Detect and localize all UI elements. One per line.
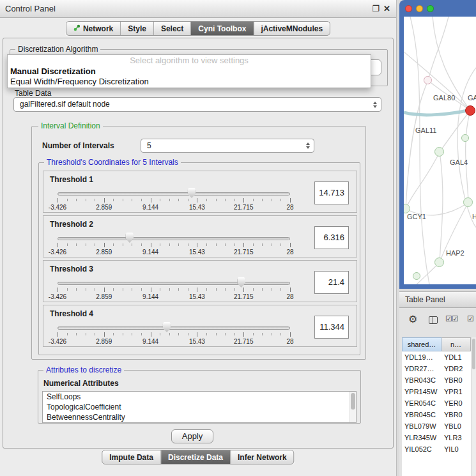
threshold-3-panel: Threshold 3 -3.4262.8599.14415.4321.7152… bbox=[43, 260, 357, 302]
cell[interactable]: YIL0 bbox=[441, 443, 471, 455]
select-columns-icon[interactable]: ☑☑ bbox=[445, 314, 458, 323]
threshold-value-field[interactable]: 14.713 bbox=[314, 181, 349, 204]
network-node[interactable] bbox=[463, 197, 473, 207]
cell[interactable]: YBR045C bbox=[402, 409, 441, 420]
group-title: Attributes to discretize bbox=[43, 366, 124, 374]
list-scrollbar[interactable] bbox=[349, 392, 356, 422]
node-label: GAL80 bbox=[433, 94, 455, 102]
threshold-1-panel: Threshold 1 -3.4262.8599.14415.4321.7152… bbox=[43, 171, 357, 213]
network-node[interactable] bbox=[434, 257, 444, 267]
node-label: GAL4 bbox=[450, 158, 468, 166]
cell[interactable]: YDL19… bbox=[402, 351, 441, 363]
tab-cyni-toolbox[interactable]: Cyni Toolbox bbox=[191, 22, 254, 35]
cell[interactable]: YDR27… bbox=[402, 363, 441, 374]
control-panel-window: Control Panel ❐ ✕ Network Style Select C… bbox=[0, 0, 397, 476]
table-row[interactable]: YPR145WYPR1 bbox=[402, 386, 471, 397]
table-row[interactable]: YIL052CYIL0 bbox=[402, 443, 471, 455]
table-data-label: Table Data bbox=[15, 89, 51, 98]
combo-arrows-icon bbox=[306, 142, 310, 149]
slider-track[interactable] bbox=[58, 192, 290, 196]
cell[interactable]: YLR345W bbox=[402, 432, 441, 443]
tab-style[interactable]: Style bbox=[121, 22, 154, 35]
cell[interactable]: YBR0 bbox=[441, 409, 471, 420]
group-title: Threshold's Coordinates for 5 Intervals bbox=[44, 158, 181, 167]
cell[interactable]: YPR1 bbox=[441, 386, 471, 397]
tab-network[interactable]: Network bbox=[66, 22, 121, 35]
table-row[interactable]: YLR345WYLR3 bbox=[402, 432, 471, 443]
number-of-intervals-combobox[interactable]: 5 bbox=[141, 139, 314, 153]
threshold-2-slider: -3.4262.8599.14415.4321.71528 bbox=[58, 231, 290, 257]
cell[interactable]: YDL1 bbox=[441, 351, 471, 363]
column-header-name[interactable]: n… bbox=[441, 337, 471, 351]
algorithm-option-manual[interactable]: Manual Discretization bbox=[8, 66, 371, 77]
cell[interactable]: YBR0 bbox=[441, 374, 471, 386]
slider-thumb[interactable] bbox=[163, 322, 171, 332]
cell[interactable]: YBL079W bbox=[402, 420, 441, 432]
tick-label: 9.144 bbox=[142, 293, 158, 300]
list-item[interactable]: TopologicalCoefficient bbox=[43, 402, 356, 412]
threshold-value-field[interactable]: 6.316 bbox=[314, 226, 349, 249]
tab-jactivemnodules[interactable]: jActiveMNodules bbox=[254, 22, 330, 35]
network-node[interactable] bbox=[461, 134, 469, 142]
tick-label: 21.715 bbox=[234, 204, 254, 211]
tick-label: 9.144 bbox=[142, 204, 158, 211]
scrollbar-thumb[interactable] bbox=[351, 393, 355, 410]
network-node-selected[interactable] bbox=[465, 105, 475, 116]
tick-mark bbox=[104, 288, 105, 292]
close-icon[interactable]: ✕ bbox=[383, 4, 390, 13]
tick-mark bbox=[58, 243, 58, 247]
tick-label: 21.715 bbox=[234, 249, 254, 256]
cell[interactable]: YER054C bbox=[402, 397, 441, 409]
tick-mark bbox=[151, 288, 151, 292]
tab-select[interactable]: Select bbox=[154, 22, 191, 35]
tab-impute-data[interactable]: Impute Data bbox=[102, 450, 161, 464]
cell[interactable]: YLR3 bbox=[441, 432, 471, 443]
table-row[interactable]: YBR045CYBR0 bbox=[402, 409, 471, 420]
network-canvas[interactable]: GAL80 GAL11 GAL4 GCY1 HAP2 GA H bbox=[404, 17, 476, 284]
minimize-traffic-light[interactable] bbox=[416, 5, 423, 12]
table-row[interactable]: YBL079WYBL0 bbox=[402, 420, 471, 432]
network-node[interactable] bbox=[424, 76, 432, 84]
slider-track[interactable] bbox=[58, 282, 290, 285]
cell[interactable]: YER0 bbox=[441, 397, 471, 409]
tick-label: 15.43 bbox=[189, 249, 205, 256]
attributes-group: Attributes to discretize Numerical Attri… bbox=[38, 370, 361, 424]
algorithm-option-equal-width[interactable]: Equal Width/Frequency Discretization bbox=[8, 77, 371, 87]
cell[interactable]: YIL052C bbox=[402, 443, 441, 455]
table-row[interactable]: YBR043CYBR0 bbox=[402, 374, 471, 386]
slider-thumb[interactable] bbox=[237, 277, 245, 288]
table-panel-header[interactable]: Table Panel bbox=[399, 291, 476, 308]
list-item[interactable]: BetweennessCentrality bbox=[43, 412, 356, 422]
table-row[interactable]: YDL19…YDL1 bbox=[402, 351, 471, 363]
slider-track[interactable] bbox=[58, 237, 290, 240]
scrollbar-thumb[interactable] bbox=[472, 339, 475, 369]
tab-infer-network[interactable]: Infer Network bbox=[231, 450, 294, 464]
cell[interactable]: YDR2 bbox=[441, 363, 471, 374]
table-row[interactable]: YDR27…YDR2 bbox=[402, 363, 471, 374]
cell[interactable]: YBL0 bbox=[441, 420, 471, 432]
network-node[interactable] bbox=[413, 272, 420, 280]
list-item[interactable]: SelfLoops bbox=[43, 392, 356, 402]
cell[interactable]: YPR145W bbox=[402, 386, 441, 397]
close-traffic-light[interactable] bbox=[405, 5, 412, 12]
table-row[interactable]: YER054CYER0 bbox=[402, 397, 471, 409]
gear-icon[interactable]: ⚙ bbox=[408, 313, 417, 325]
slider-track[interactable] bbox=[58, 326, 290, 330]
zoom-traffic-light[interactable] bbox=[427, 5, 434, 12]
columns-icon[interactable] bbox=[429, 316, 438, 324]
tab-discretize-data[interactable]: Discretize Data bbox=[161, 450, 231, 464]
network-node[interactable] bbox=[434, 147, 444, 157]
table-scrollbar[interactable] bbox=[471, 337, 476, 476]
tick-label: -3.426 bbox=[49, 204, 66, 211]
float-window-icon[interactable]: ❐ bbox=[372, 4, 380, 13]
apply-button[interactable]: Apply bbox=[171, 429, 213, 443]
slider-thumb[interactable] bbox=[188, 188, 196, 198]
column-header-shared-name[interactable]: shared… bbox=[402, 337, 441, 351]
threshold-value-field[interactable]: 21.4 bbox=[314, 271, 349, 294]
cell[interactable]: YBR043C bbox=[402, 374, 441, 386]
slider-thumb[interactable] bbox=[125, 233, 134, 243]
checkbox-icon[interactable]: ☑ bbox=[467, 314, 474, 323]
algorithm-placeholder-option: Select algorithm to view settings bbox=[8, 55, 371, 66]
table-data-combobox[interactable]: galFiltered.sif default node bbox=[13, 97, 381, 112]
threshold-value-field[interactable]: 11.344 bbox=[314, 316, 349, 339]
